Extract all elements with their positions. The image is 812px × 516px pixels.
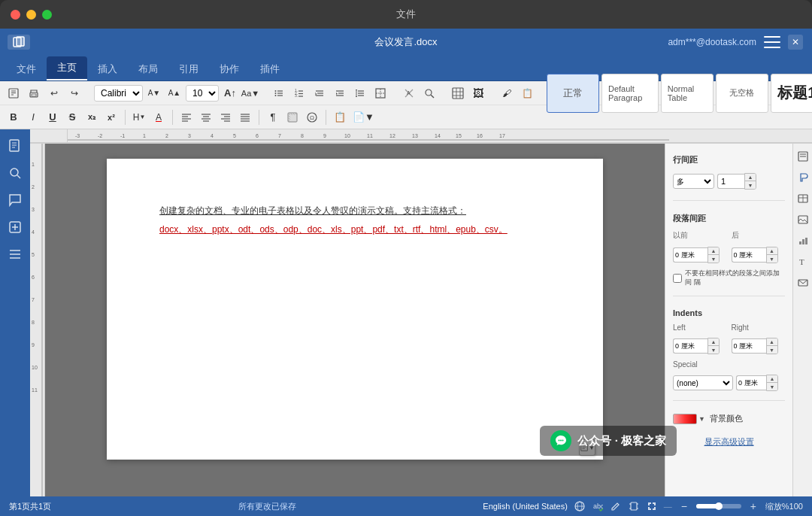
- indent-left-down[interactable]: ▼: [708, 346, 719, 354]
- search-panel-icon[interactable]: [5, 162, 26, 184]
- tab-home[interactable]: 主页: [47, 56, 87, 80]
- tab-references[interactable]: 引用: [168, 58, 209, 80]
- para-before-up[interactable]: ▲: [708, 247, 719, 255]
- document-page[interactable]: 创建复杂的文档、专业的电子表格以及令人赞叹的演示文稿。支持主流格式： docx、…: [107, 159, 603, 460]
- indent-right-input[interactable]: [732, 338, 766, 354]
- superscript-button[interactable]: x²: [102, 108, 120, 126]
- insert-special-btn[interactable]: Ω: [303, 108, 321, 126]
- line-spacing-type-select[interactable]: 多: [673, 174, 714, 189]
- subscript-button[interactable]: x₂: [83, 108, 101, 126]
- fit-page-icon[interactable]: [628, 500, 640, 512]
- italic-button[interactable]: I: [24, 108, 42, 126]
- mail-panel-icon[interactable]: [795, 275, 811, 291]
- chart-panel-icon[interactable]: [795, 232, 811, 249]
- special-up[interactable]: ▲: [767, 375, 777, 383]
- format-painter-btn[interactable]: 🖌: [498, 84, 516, 102]
- tab-review[interactable]: 协作: [209, 58, 250, 80]
- navigation-icon[interactable]: [5, 244, 26, 265]
- bg-color-picker[interactable]: ▼: [673, 414, 705, 424]
- minimize-button[interactable]: [26, 10, 36, 20]
- fullscreen-icon[interactable]: [646, 500, 658, 512]
- tab-file[interactable]: 文件: [6, 58, 47, 80]
- undo-button[interactable]: ↩: [45, 84, 63, 102]
- no-add-space-checkbox[interactable]: [673, 274, 682, 283]
- zoom-slider[interactable]: [696, 504, 741, 508]
- line-spacing-input[interactable]: 1: [717, 174, 744, 189]
- tab-insert[interactable]: 插入: [87, 58, 128, 80]
- highlight-button[interactable]: H▼: [130, 108, 148, 126]
- advanced-settings-link[interactable]: 显示高级设置: [673, 436, 785, 448]
- indent-right-down[interactable]: ▼: [767, 346, 777, 354]
- format-panel-icon[interactable]: [795, 148, 811, 165]
- comment-panel-icon[interactable]: [5, 190, 26, 211]
- justify-button[interactable]: [236, 108, 254, 126]
- list-unordered-btn[interactable]: [270, 84, 288, 102]
- clear-format-btn[interactable]: A: [400, 84, 418, 102]
- maximize-button[interactable]: [42, 10, 52, 20]
- font-color-button[interactable]: A: [150, 108, 168, 126]
- line-spacing-btn[interactable]: [351, 84, 369, 102]
- indent-left-input[interactable]: [673, 338, 707, 354]
- doc-switch-icon[interactable]: [8, 35, 30, 50]
- list-ordered-btn[interactable]: 1.2.3.: [290, 84, 308, 102]
- insert-image-btn[interactable]: 🖼: [469, 84, 487, 102]
- underline-button[interactable]: U: [44, 108, 62, 126]
- font-size-decrease[interactable]: A▼: [145, 84, 163, 102]
- bold-button[interactable]: B: [5, 108, 23, 126]
- font-size-increase[interactable]: A▲: [165, 84, 183, 102]
- font-size-select[interactable]: 10.5: [186, 85, 219, 102]
- hamburger-menu[interactable]: [764, 36, 780, 48]
- para-panel-icon[interactable]: [795, 169, 811, 186]
- special-value-input[interactable]: [736, 375, 766, 390]
- language-icon[interactable]: [574, 500, 586, 512]
- spell-check-icon[interactable]: abc: [592, 500, 604, 512]
- font-size-up-btn[interactable]: A↑: [221, 84, 239, 102]
- paste-options-icon[interactable]: ▼: [579, 439, 595, 456]
- zoom-out-button[interactable]: −: [678, 500, 690, 512]
- strikethrough-button[interactable]: S: [63, 108, 81, 126]
- close-button[interactable]: [11, 10, 20, 20]
- insert-clipboard-paste-btn[interactable]: 📄▼: [350, 108, 377, 126]
- redo-button[interactable]: ↪: [65, 84, 83, 102]
- para-before-down[interactable]: ▼: [708, 255, 719, 263]
- indent-left-up[interactable]: ▲: [708, 338, 719, 346]
- para-before-input[interactable]: [673, 247, 707, 263]
- paste-special-btn[interactable]: 📋: [518, 84, 536, 102]
- image-panel-icon[interactable]: [795, 211, 811, 228]
- track-changes-icon[interactable]: [5, 217, 26, 238]
- edit-icon[interactable]: [610, 500, 622, 512]
- zoom-in-button[interactable]: +: [747, 500, 759, 512]
- insert-paste-btn[interactable]: 📋: [331, 108, 349, 126]
- insert-table-btn[interactable]: [449, 84, 467, 102]
- find-replace-btn[interactable]: [420, 84, 438, 102]
- doc-new-icon[interactable]: [5, 84, 23, 102]
- align-left-button[interactable]: [177, 108, 195, 126]
- list-panel-icon[interactable]: [795, 190, 811, 207]
- special-select[interactable]: (none): [673, 375, 733, 390]
- line-spacing-up[interactable]: ▲: [745, 174, 756, 181]
- indent-right-up[interactable]: ▲: [767, 338, 777, 346]
- zoom-thumb[interactable]: [715, 502, 723, 510]
- line-spacing-down[interactable]: ▼: [745, 181, 756, 189]
- new-file-icon[interactable]: [5, 135, 26, 156]
- para-after-up[interactable]: ▲: [767, 247, 777, 255]
- font-name-select[interactable]: Calibri: [94, 85, 143, 102]
- print-icon[interactable]: [25, 84, 43, 102]
- decrease-indent-btn[interactable]: [311, 84, 329, 102]
- close-window-button[interactable]: ✕: [788, 35, 803, 50]
- tab-layout[interactable]: 布局: [128, 58, 168, 80]
- document-content: 创建复杂的文档、专业的电子表格以及令人赞叹的演示文稿。支持主流格式： docx、…: [159, 204, 550, 237]
- document-scroll-area[interactable]: 创建复杂的文档、专业的电子表格以及令人赞叹的演示文稿。支持主流格式： docx、…: [45, 144, 665, 496]
- align-right-button[interactable]: [217, 108, 235, 126]
- para-marks-btn[interactable]: ¶: [264, 108, 282, 126]
- para-after-input[interactable]: [732, 247, 766, 263]
- borders-btn[interactable]: [371, 84, 389, 102]
- font-case-btn[interactable]: Aa▼: [241, 84, 259, 102]
- increase-indent-btn[interactable]: [331, 84, 349, 102]
- para-after-down[interactable]: ▼: [767, 255, 777, 263]
- align-center-button[interactable]: [197, 108, 215, 126]
- special-down[interactable]: ▼: [767, 383, 777, 390]
- font-panel-icon[interactable]: T: [795, 253, 811, 270]
- shading-btn[interactable]: [283, 108, 301, 126]
- tab-plugins[interactable]: 插件: [250, 58, 290, 80]
